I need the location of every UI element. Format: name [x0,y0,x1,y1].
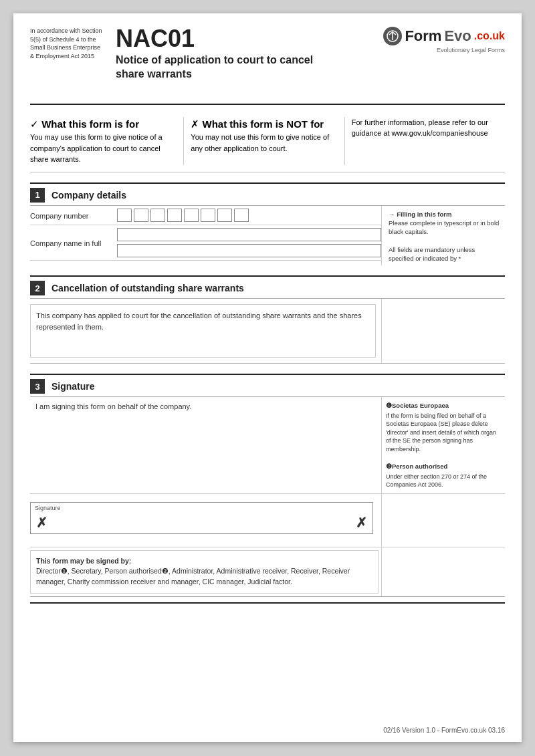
info-col2-label: What this form is NOT for [203,118,324,130]
sig-bottom-line1: This form may be signed by: [36,557,131,565]
section1-side-note: → Filling in this form Please complete i… [381,206,505,266]
footer: 02/16 Version 1.0 - FormEvo.co.uk 03.16 [383,727,505,734]
form-subtitle: Notice of application to court to cancel… [116,53,313,82]
sig-side-note1-heading: ❶Societas Europaea [386,401,501,410]
section2-number: 2 [30,281,45,295]
info-col1-label: What this form is for [41,118,139,130]
logo-text: FormEvo.co.uk [383,27,505,45]
header: In accordance with Section 5(5) of Sched… [30,27,505,82]
logo-form: Form [405,27,441,45]
logo-evo: Evo [444,27,471,45]
company-number-label: Company number [30,206,117,225]
info-check-icon: ✓ What this form is for [30,117,177,132]
logo-block: FormEvo.co.uk Evolutionary Legal Forms [383,27,505,53]
info-col1-text: You may use this form to give notice of … [30,132,177,165]
side-note-heading: Filling in this form [397,211,451,218]
sig-box-wrapper: Signature ✗ ✗ [30,494,381,547]
company-fields: Company number Company name [30,206,381,266]
sig-box-label: Signature [35,505,61,511]
company-name-input-1[interactable] [117,228,381,241]
cn-box-6[interactable] [201,209,215,222]
company-number-row: Company number [30,206,381,225]
cn-box-8[interactable] [234,209,249,222]
page: In accordance with Section 5(5) of Sched… [13,13,522,742]
cn-box-4[interactable] [167,209,182,222]
section2-text-area: This company has applied to court for th… [30,299,381,363]
sig-x-right: ✗ [356,515,367,531]
logo-tagline: Evolutionary Legal Forms [383,47,505,53]
side-note-arrow: → [389,211,395,218]
form-title-block: NAC01 Notice of application to court to … [116,27,313,82]
section3-number: 3 [30,379,45,394]
sig-box-side [381,494,505,547]
section1-header: 1 Company details [30,182,505,206]
section3-title: Signature [51,381,95,392]
sig-box[interactable]: Signature ✗ ✗ [30,502,373,534]
sig-box-row: Signature ✗ ✗ [30,494,505,547]
sig-bottom-row: This form may be signed by: Director❶, S… [30,547,505,597]
section2-title: Cancellation of outstanding share warran… [51,283,244,293]
cn-box-7[interactable] [217,209,232,222]
section2-body-text: This company has applied to court for th… [30,304,376,358]
side-note-line2: All fields are mandatory unless specifie… [389,246,475,262]
form-subtitle-line2: share warrants [116,68,192,80]
sig-bottom-side [381,547,505,596]
company-name-input-area [117,225,381,260]
info-col-3: For further information, please refer to… [345,117,505,165]
sig-side-notes: ❶Societas Europaea If the form is being … [381,397,505,493]
sig-side-note1-body: If the form is being filed on behalf of … [386,412,501,454]
info-col-1: ✓ What this form is for You may use this… [30,117,184,165]
info-col2-text: You may not use this form to give notice… [191,132,337,154]
section3-content: I am signing this form on behalf of the … [30,397,505,597]
info-bar: ✓ What this form is for You may use this… [30,110,505,172]
info-cross-icon: ✗ What this form is NOT for [191,117,337,132]
form-code: NAC01 [116,27,313,51]
header-left: In accordance with Section 5(5) of Sched… [30,27,313,82]
sig-side-note2-body: Under either section 270 or 274 of the C… [386,473,501,489]
section2-side [381,299,505,363]
company-name-row: Company name in full [30,225,381,261]
section2-content: This company has applied to court for th… [30,299,505,364]
cn-box-5[interactable] [184,209,199,222]
side-note-line1: Please complete in typescript or in bold… [389,219,499,235]
divider-top [30,104,505,105]
sig-bottom-line2: Director❶, Secretary, Person authorised❷… [36,567,350,586]
company-name-label: Company name in full [30,225,117,260]
cn-box-1[interactable] [117,209,132,222]
cn-box-2[interactable] [134,209,148,222]
divider-bottom [30,602,505,604]
section3-header: 3 Signature [30,374,505,397]
info-col3-text: For further information, please refer to… [352,117,498,139]
logo-icon [383,27,402,45]
header-meta: In accordance with Section 5(5) of Sched… [30,27,104,60]
info-col-2: ✗ What this form is NOT for You may not … [184,117,344,165]
section2-header: 2 Cancellation of outstanding share warr… [30,275,505,299]
company-details-wrapper: Company number Company name [30,206,505,266]
sig-bottom-wrapper: This form may be signed by: Director❶, S… [30,547,381,596]
section1-number: 1 [30,188,45,203]
section1-title: Company details [51,190,126,201]
form-subtitle-line1: Notice of application to court to cancel [116,54,313,66]
footer-text: 02/16 Version 1.0 - FormEvo.co.uk 03.16 [383,727,505,734]
cn-box-3[interactable] [150,209,165,222]
sig-bottom-text: This form may be signed by: Director❶, S… [30,550,379,594]
logo-couk: .co.uk [474,30,505,42]
company-number-input-area [117,206,381,225]
company-name-input-2[interactable] [117,244,381,257]
sig-signing-statement: I am signing this form on behalf of the … [30,397,381,493]
sig-x-left: ✗ [36,515,47,531]
company-number-boxes [117,209,249,222]
sig-side-note2-heading: ❷Person authorised [386,462,501,471]
sig-top-row: I am signing this form on behalf of the … [30,397,505,493]
